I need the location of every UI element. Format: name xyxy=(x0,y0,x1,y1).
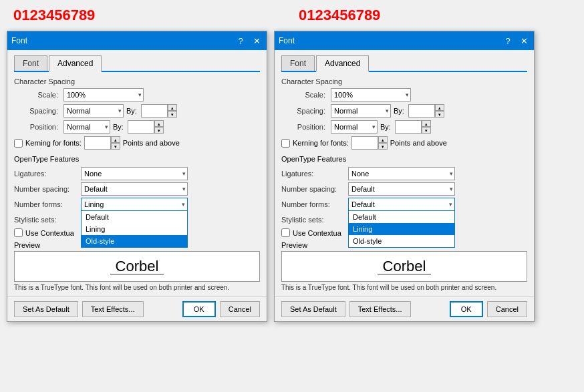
left-cancel-button[interactable]: Cancel xyxy=(220,301,260,317)
right-ligatures-wrapper: None xyxy=(348,167,455,180)
right-scale-label: Scale: xyxy=(281,91,328,99)
right-preview-underline xyxy=(378,274,431,274)
left-help-button[interactable]: ? xyxy=(235,35,247,47)
left-tab-font[interactable]: Font xyxy=(14,55,47,71)
left-footer: Set As Default Text Effects... OK Cancel xyxy=(7,297,267,321)
left-kerning-input[interactable] xyxy=(84,136,111,150)
right-numforms-dropdown: Default Lining Old-style xyxy=(348,211,455,248)
right-scale-row: Scale: 100% xyxy=(281,88,527,102)
right-char-spacing-label: Character Spacing xyxy=(281,77,527,85)
right-position-wrapper: Normal xyxy=(331,120,378,134)
right-tab-advanced[interactable]: Advanced xyxy=(316,55,369,72)
left-ok-button[interactable]: OK xyxy=(182,301,216,317)
right-numspacing-row: Number spacing: Default xyxy=(281,182,527,196)
right-stylistic-label: Stylistic sets: xyxy=(281,216,348,224)
left-spacing-by-down[interactable]: ▾ xyxy=(168,111,177,118)
right-scale-select[interactable]: 100% xyxy=(331,88,411,102)
left-preview-box: Corbel xyxy=(14,251,260,282)
left-numspacing-label: Number spacing: xyxy=(14,185,81,193)
right-position-by-down[interactable]: ▾ xyxy=(422,127,431,134)
left-spacing-by-input[interactable] xyxy=(141,104,168,118)
right-numforms-item-oldstyle[interactable]: Old-style xyxy=(349,235,454,247)
left-position-row: Position: Normal By: ▴ ▾ xyxy=(14,120,260,134)
right-position-by-input[interactable] xyxy=(395,120,422,134)
left-spacing-by-up[interactable]: ▴ xyxy=(168,104,177,111)
left-preview-info: This is a TrueType font. This font will … xyxy=(14,284,260,291)
right-numforms-value: Default xyxy=(351,200,375,208)
left-numforms-selected[interactable]: Lining xyxy=(81,198,188,211)
left-close-button[interactable]: ✕ xyxy=(251,35,263,47)
left-contextual-checkbox[interactable] xyxy=(14,228,23,237)
right-position-row: Position: Normal By: ▴ ▾ xyxy=(281,120,527,134)
left-contextual-label: Use Contextua xyxy=(25,229,74,237)
right-position-select[interactable]: Normal xyxy=(331,120,378,134)
left-tab-advanced[interactable]: Advanced xyxy=(49,55,102,72)
left-ligatures-row: Ligatures: None xyxy=(14,167,260,180)
left-ligatures-label: Ligatures: xyxy=(14,170,81,178)
left-kerning-down[interactable]: ▾ xyxy=(111,143,120,150)
left-numforms-row: Number forms: Lining Default Lining Old-… xyxy=(14,198,260,211)
left-numforms-item-default[interactable]: Default xyxy=(82,211,187,223)
right-help-button[interactable]: ? xyxy=(502,35,514,47)
right-kerning-down[interactable]: ▾ xyxy=(378,143,388,150)
left-numforms-label: Number forms: xyxy=(14,200,81,208)
left-spacing-row: Spacing: Normal By: ▴ ▾ xyxy=(14,104,260,118)
right-tab-font[interactable]: Font xyxy=(281,55,315,71)
left-numspacing-select[interactable]: Default xyxy=(81,182,188,196)
left-scale-select[interactable]: 100% xyxy=(63,88,144,102)
right-contextual-checkbox[interactable] xyxy=(281,228,290,237)
left-numforms-item-lining[interactable]: Lining xyxy=(82,223,187,235)
right-preview-info: This is a TrueType font. This font will … xyxy=(281,284,527,291)
right-cancel-button[interactable]: Cancel xyxy=(487,301,527,317)
right-spacing-wrapper: Normal xyxy=(331,104,391,118)
right-dialog-title: Font xyxy=(279,36,498,45)
right-font-dialog: Font ? ✕ Font Advanced Character Spacing… xyxy=(274,31,535,322)
left-text-effects-button[interactable]: Text Effects... xyxy=(82,301,144,317)
right-numforms-item-lining[interactable]: Lining xyxy=(349,223,454,235)
left-titlebar: Font ? ✕ xyxy=(7,31,267,50)
right-points-label: Points and above xyxy=(390,139,447,147)
right-spacing-select[interactable]: Normal xyxy=(331,104,391,118)
left-kerning-checkbox[interactable] xyxy=(14,139,23,148)
right-numforms-selected[interactable]: Default xyxy=(348,198,455,211)
right-numforms-container: Default Default Lining Old-style xyxy=(348,198,455,211)
left-spacing-select[interactable]: Normal xyxy=(63,104,124,118)
left-numforms-container: Lining Default Lining Old-style xyxy=(81,198,188,211)
right-spacing-by-input[interactable] xyxy=(408,104,435,118)
right-ligatures-label: Ligatures: xyxy=(281,170,348,178)
right-set-default-button[interactable]: Set As Default xyxy=(281,301,345,317)
left-ligatures-select[interactable]: None xyxy=(81,167,188,180)
left-by1-label: By: xyxy=(126,107,137,115)
left-position-by-input[interactable] xyxy=(128,120,154,134)
right-numforms-row: Number forms: Default Default Lining Old… xyxy=(281,198,527,211)
right-kerning-up[interactable]: ▴ xyxy=(378,136,388,143)
right-preview-font: Corbel xyxy=(383,258,426,275)
left-position-select[interactable]: Normal xyxy=(63,120,110,134)
right-by1-label: By: xyxy=(394,107,404,115)
right-position-by-up[interactable]: ▴ xyxy=(422,120,431,127)
right-ligatures-row: Ligatures: None xyxy=(281,167,527,180)
right-footer: Set As Default Text Effects... OK Cancel xyxy=(275,297,534,321)
right-spacing-by-down[interactable]: ▾ xyxy=(435,111,444,118)
right-close-button[interactable]: ✕ xyxy=(518,35,530,47)
left-numspacing-wrapper: Default xyxy=(81,182,188,196)
right-spacing-by-up[interactable]: ▴ xyxy=(435,104,444,111)
left-position-by-down[interactable]: ▾ xyxy=(154,127,164,134)
left-numforms-item-oldstyle[interactable]: Old-style xyxy=(82,235,187,247)
left-position-by-up[interactable]: ▴ xyxy=(154,120,164,127)
right-ligatures-select[interactable]: None xyxy=(348,167,455,180)
left-dialog-content: Font Advanced Character Spacing Scale: 1… xyxy=(7,50,267,297)
right-text-effects-button[interactable]: Text Effects... xyxy=(349,301,411,317)
left-set-default-button[interactable]: Set As Default xyxy=(14,301,78,317)
left-position-by: ▴ ▾ xyxy=(128,120,164,134)
left-kerning-up[interactable]: ▴ xyxy=(111,136,120,143)
right-kerning-checkbox[interactable] xyxy=(281,139,290,148)
left-by2-label: By: xyxy=(113,123,124,131)
left-preview-font: Corbel xyxy=(116,258,159,275)
left-numbers: 0123456789 xyxy=(7,7,292,24)
right-numforms-item-default[interactable]: Default xyxy=(349,211,454,223)
right-ok-button[interactable]: OK xyxy=(450,301,483,317)
right-numspacing-select[interactable]: Default xyxy=(348,182,455,196)
right-kerning-input[interactable] xyxy=(351,136,378,150)
right-numbers: 0123456789 xyxy=(292,7,577,24)
